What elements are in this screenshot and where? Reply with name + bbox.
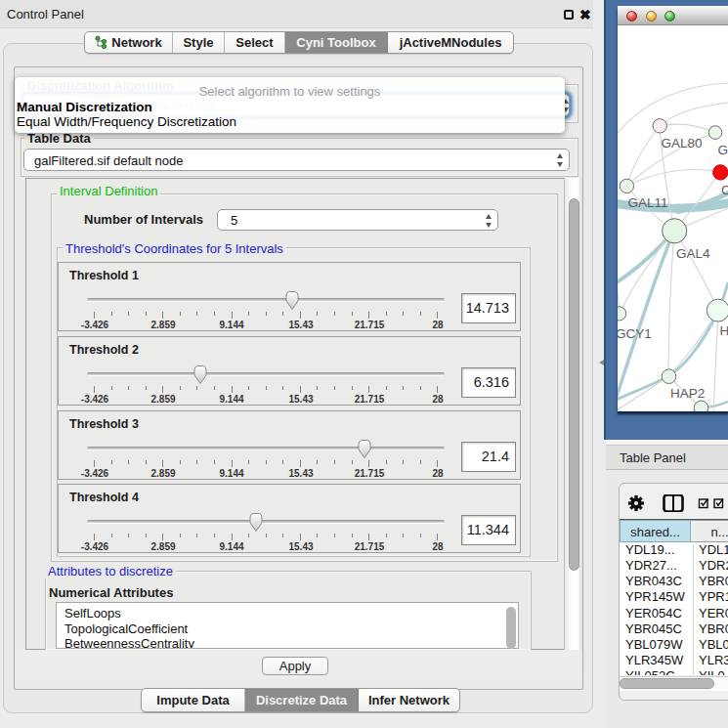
svg-text:HAP2: HAP2 <box>670 386 705 401</box>
svg-text:GCY1: GCY1 <box>618 326 652 341</box>
svg-text:GAL11: GAL11 <box>628 195 668 210</box>
svg-text:H: H <box>720 323 728 338</box>
svg-text:GAL4: GAL4 <box>676 246 710 261</box>
svg-text:C: C <box>721 183 728 197</box>
svg-text:GA: GA <box>718 143 728 157</box>
svg-text:GAL80: GAL80 <box>662 136 703 150</box>
